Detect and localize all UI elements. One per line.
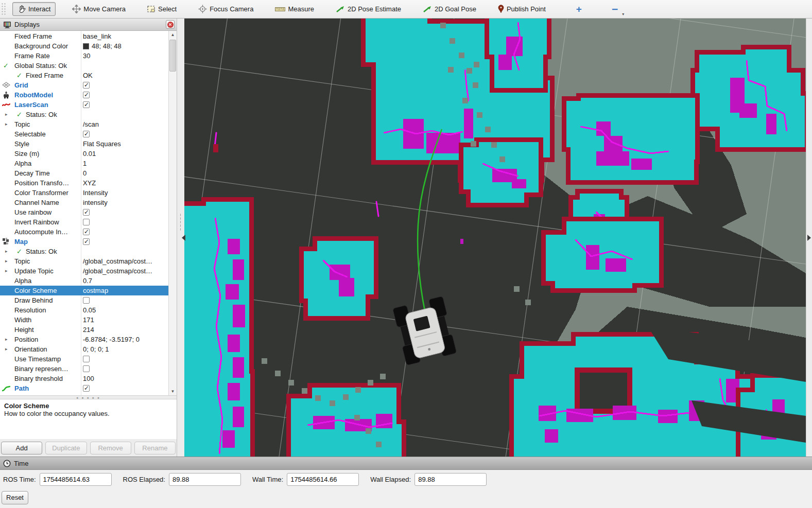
- remove-tool-button[interactable]: − ▾: [606, 3, 624, 16]
- publish-point-tool-button[interactable]: Publish Point: [493, 2, 551, 16]
- tree-row-fixed-frame[interactable]: ✓Fixed FrameOK: [0, 71, 168, 80]
- property-value[interactable]: 0.01: [83, 149, 167, 159]
- remove-button[interactable]: Remove: [90, 442, 131, 454]
- property-checkbox[interactable]: [83, 80, 167, 91]
- tree-row-color-scheme[interactable]: Color Schemecostmap: [0, 286, 168, 295]
- expand-arrow[interactable]: ▸: [5, 119, 8, 129]
- ros-elapsed-input[interactable]: [169, 473, 241, 486]
- property-value[interactable]: XYZ: [83, 178, 167, 188]
- property-value[interactable]: /scan: [83, 119, 167, 129]
- expand-arrow[interactable]: ▸: [5, 110, 8, 119]
- close-displays-button[interactable]: ✕: [166, 20, 175, 29]
- tree-row-style[interactable]: StyleFlat Squares: [0, 139, 168, 149]
- time-panel-header[interactable]: Time: [0, 457, 812, 470]
- property-value[interactable]: 1: [83, 159, 167, 168]
- move-camera-tool-button[interactable]: Move Camera: [67, 2, 131, 16]
- property-checkbox[interactable]: [83, 90, 167, 101]
- property-value[interactable]: 100: [83, 374, 167, 383]
- wall-time-input[interactable]: [287, 473, 359, 486]
- property-value[interactable]: 214: [83, 325, 167, 335]
- tree-row-use-rainbow[interactable]: Use rainbow: [0, 207, 168, 217]
- tree-row-status-ok[interactable]: ▸✓Status: Ok: [0, 110, 168, 119]
- wall-elapsed-input[interactable]: [414, 473, 487, 486]
- property-checkbox[interactable]: [83, 129, 167, 140]
- tree-row-width[interactable]: Width171: [0, 315, 168, 325]
- property-value[interactable]: 30: [83, 51, 167, 61]
- property-checkbox[interactable]: [83, 227, 167, 238]
- tree-row-selectable[interactable]: Selectable: [0, 129, 168, 139]
- expand-arrow[interactable]: ▸: [5, 247, 8, 256]
- expand-arrow[interactable]: ▸: [5, 335, 8, 344]
- expand-arrow[interactable]: ▸: [5, 256, 8, 266]
- tree-row-background-color[interactable]: Background Color48; 48; 48: [0, 41, 168, 51]
- color-property-value[interactable]: 48; 48; 48: [83, 41, 167, 51]
- scroll-down-arrow[interactable]: ▼: [169, 388, 177, 395]
- duplicate-button[interactable]: Duplicate: [45, 442, 87, 454]
- 2d-pose-estimate-tool-button[interactable]: 2D Pose Estimate: [331, 2, 406, 16]
- expand-arrow[interactable]: ▸: [5, 344, 8, 354]
- ros-time-input[interactable]: [40, 473, 112, 486]
- property-value[interactable]: intensity: [83, 198, 167, 207]
- property-checkbox[interactable]: [83, 295, 167, 306]
- property-checkbox[interactable]: [83, 100, 167, 111]
- tree-row-alpha[interactable]: Alpha0.7: [0, 276, 168, 286]
- tree-row-grid[interactable]: Grid: [0, 80, 168, 90]
- tree-row-size-m[interactable]: Size (m)0.01: [0, 149, 168, 159]
- tree-row-update-topic[interactable]: ▸Update Topic/global_costmap/cost…: [0, 266, 168, 276]
- tree-row-resolution[interactable]: Resolution0.05: [0, 305, 168, 315]
- tree-row-path[interactable]: Path: [0, 383, 168, 393]
- expand-arrow[interactable]: ▸: [5, 266, 8, 276]
- tree-row-map[interactable]: Map: [0, 237, 168, 247]
- property-value[interactable]: Flat Squares: [83, 139, 167, 149]
- reset-button[interactable]: Reset: [2, 491, 28, 504]
- rename-button[interactable]: Rename: [134, 442, 176, 454]
- tree-row-robotmodel[interactable]: RobotModel: [0, 90, 168, 100]
- property-value[interactable]: 0; 0; 0; 1: [83, 344, 167, 354]
- add-tool-button[interactable]: +: [571, 3, 588, 15]
- tree-row-laserscan[interactable]: LaserScan: [0, 100, 168, 110]
- property-value[interactable]: costmap: [83, 286, 167, 295]
- 2d-goal-pose-tool-button[interactable]: 2D Goal Pose: [418, 2, 481, 16]
- property-checkbox[interactable]: [83, 217, 167, 228]
- property-value[interactable]: base_link: [83, 31, 167, 41]
- scrollbar-thumb[interactable]: [169, 40, 176, 72]
- tree-row-use-timestamp[interactable]: Use Timestamp: [0, 354, 168, 364]
- focus-camera-tool-button[interactable]: Focus Camera: [193, 2, 258, 16]
- displays-panel-header[interactable]: Displays ✕: [0, 19, 177, 31]
- property-value[interactable]: 0: [83, 168, 167, 178]
- tree-row-position[interactable]: ▸Position-6.8784; -3.5197; 0: [0, 335, 168, 344]
- tree-scrollbar[interactable]: ▲ ▼: [168, 31, 177, 395]
- tree-row-topic[interactable]: ▸Topic/global_costmap/cost…: [0, 256, 168, 266]
- tree-row-position-transfo[interactable]: Position Transfo…XYZ: [0, 178, 168, 188]
- interact-tool-button[interactable]: Interact: [12, 2, 56, 16]
- measure-tool-button[interactable]: Measure: [270, 2, 319, 16]
- tree-row-binary-represen[interactable]: Binary represen…: [0, 364, 168, 374]
- property-checkbox[interactable]: [83, 364, 167, 375]
- right-collapse-strip[interactable]: [806, 19, 812, 457]
- tree-row-height[interactable]: Height214: [0, 325, 168, 335]
- property-value[interactable]: OK: [83, 71, 167, 80]
- tree-row-invert-rainbow[interactable]: Invert Rainbow: [0, 217, 168, 227]
- property-checkbox[interactable]: [83, 383, 167, 394]
- tree-row-orientation[interactable]: ▸Orientation0; 0; 0; 1: [0, 344, 168, 354]
- 3d-viewport[interactable]: [184, 19, 806, 457]
- property-checkbox[interactable]: [83, 354, 167, 365]
- scroll-up-arrow[interactable]: ▲: [169, 31, 177, 39]
- tree-row-binary-threshold[interactable]: Binary threshold100: [0, 374, 168, 383]
- property-value[interactable]: Intensity: [83, 188, 167, 198]
- left-collapse-strip[interactable]: [177, 19, 184, 457]
- tree-row-fixed-frame[interactable]: Fixed Framebase_link: [0, 31, 168, 41]
- tree-row-decay-time[interactable]: Decay Time0: [0, 168, 168, 178]
- tree-row-autocompute-in[interactable]: Autocompute In…: [0, 227, 168, 237]
- tree-row-topic[interactable]: ▸Topic/scan: [0, 119, 168, 129]
- add-button[interactable]: Add: [1, 442, 42, 454]
- property-value[interactable]: /global_costmap/cost…: [83, 256, 167, 266]
- select-tool-button[interactable]: Select: [142, 2, 182, 16]
- tree-row-alpha[interactable]: Alpha1: [0, 159, 168, 168]
- property-value[interactable]: /global_costmap/cost…: [83, 266, 167, 276]
- tree-row-frame-rate[interactable]: Frame Rate30: [0, 51, 168, 61]
- property-value[interactable]: 0.7: [83, 276, 167, 286]
- property-value[interactable]: -6.8784; -3.5197; 0: [83, 335, 167, 344]
- tree-row-status-ok[interactable]: ▸✓Status: Ok: [0, 247, 168, 256]
- toolbar-grip[interactable]: [1, 3, 6, 16]
